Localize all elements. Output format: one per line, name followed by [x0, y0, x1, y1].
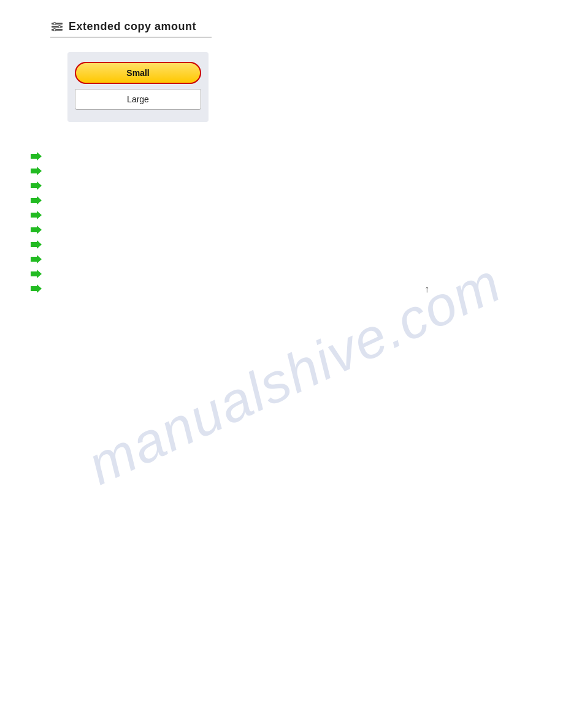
- header-underline: [50, 37, 212, 37]
- svg-marker-6: [31, 152, 42, 161]
- svg-marker-11: [31, 226, 42, 234]
- arrow-icon: [31, 211, 42, 219]
- list-item: [31, 240, 42, 249]
- svg-marker-14: [31, 270, 42, 278]
- list-item: [31, 270, 42, 278]
- list-item: [31, 255, 42, 264]
- arrows-section: [31, 152, 42, 293]
- header-section: Extended copy amount: [50, 20, 196, 33]
- arrow-icon: [31, 240, 42, 249]
- large-button[interactable]: Large: [75, 89, 201, 110]
- arrow-icon: [31, 196, 42, 205]
- watermark: manualshive.com: [58, 138, 531, 610]
- cursor-icon: ↑: [424, 284, 429, 295]
- page-title: Extended copy amount: [69, 20, 196, 33]
- svg-marker-10: [31, 211, 42, 219]
- svg-marker-13: [31, 255, 42, 264]
- svg-marker-7: [31, 167, 42, 175]
- svg-point-3: [53, 23, 56, 25]
- list-item: [31, 152, 42, 161]
- arrow-icon: [31, 226, 42, 234]
- watermark-text: manualshive.com: [78, 251, 510, 497]
- list-item: [31, 181, 42, 190]
- svg-marker-8: [31, 181, 42, 190]
- button-panel: Small Large: [67, 52, 209, 122]
- svg-point-4: [58, 26, 61, 28]
- small-button[interactable]: Small: [75, 62, 201, 84]
- arrow-icon: [31, 284, 42, 293]
- arrow-icon: [31, 181, 42, 190]
- list-item: [31, 284, 42, 293]
- svg-marker-9: [31, 196, 42, 205]
- svg-point-5: [53, 29, 56, 31]
- list-item: [31, 196, 42, 205]
- settings-icon: [50, 20, 64, 33]
- svg-marker-15: [31, 284, 42, 293]
- arrow-icon: [31, 270, 42, 278]
- page-container: Extended copy amount Small Large: [0, 0, 563, 728]
- arrow-icon: [31, 167, 42, 175]
- svg-marker-12: [31, 240, 42, 249]
- list-item: [31, 167, 42, 175]
- arrow-icon: [31, 255, 42, 264]
- list-item: [31, 226, 42, 234]
- arrow-icon: [31, 152, 42, 161]
- list-item: [31, 211, 42, 219]
